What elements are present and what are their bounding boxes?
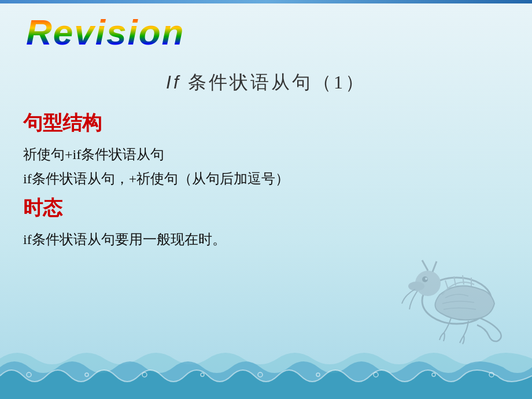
heading-sentence-structure: 句型结构 <box>23 110 509 136</box>
subtitle: If 条件状语从句（1） <box>23 70 509 95</box>
svg-line-5 <box>422 260 428 271</box>
svg-line-9 <box>463 275 464 285</box>
content-line-1: 祈使句+if条件状语从句 <box>23 143 509 165</box>
svg-point-2 <box>408 282 424 291</box>
svg-line-6 <box>433 261 437 272</box>
revision-title: Revision <box>26 12 184 53</box>
slide-container: Revision If 条件状语从句（1） 句型结构 祈使句+if条件状语从句 … <box>0 0 532 399</box>
subtitle-if: If <box>166 72 181 93</box>
heading-tense: 时态 <box>23 195 509 221</box>
wave-decoration <box>0 324 532 399</box>
svg-line-7 <box>445 280 448 289</box>
subtitle-text: 条件状语从句（1） <box>181 72 366 93</box>
svg-point-4 <box>425 278 427 280</box>
top-border <box>0 0 532 3</box>
content-line-2: if条件状语从句，+祈使句（从句后加逗号） <box>23 168 509 190</box>
